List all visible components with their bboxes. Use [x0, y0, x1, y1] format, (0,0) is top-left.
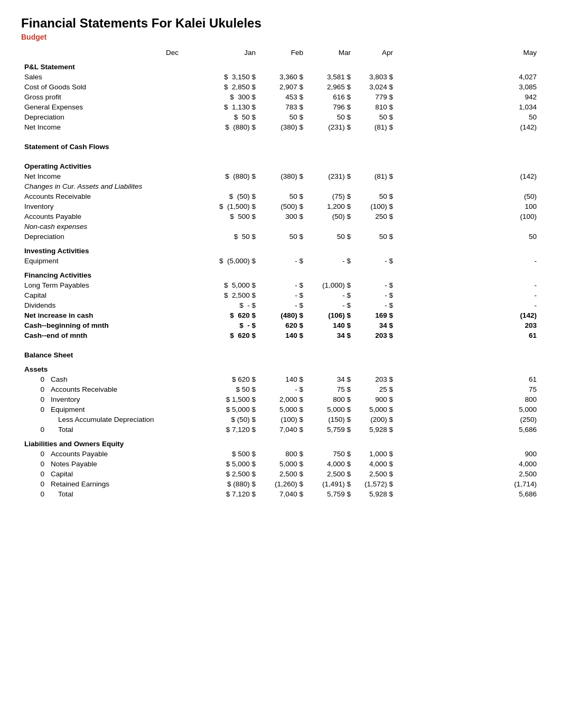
table-row: Sales $ 3,150 $ 3,360 $ 3,581 $ 3,803 $ …: [21, 72, 540, 82]
sales-feb: 3,360 $: [259, 72, 306, 82]
pl-header: P&L Statement: [21, 58, 540, 72]
table-row: Equipment $ (5,000) $ - $ - $ - $ -: [21, 256, 540, 266]
table-row: 0 Accounts Payable $ 500 $ 800 $ 750 $ 1…: [21, 449, 540, 459]
table-row: Inventory $ (1,500) $ (500) $ 1,200 $ (1…: [21, 201, 540, 211]
ap-bs-label: Accounts Payable: [48, 449, 164, 459]
table-row: Net Income $ (880) $ (380) $ (231) $ (81…: [21, 122, 540, 132]
col-apr: Apr: [354, 48, 396, 58]
equipment-bs-label: Equipment: [48, 404, 164, 414]
cash-end-label: Cash--end of mnth: [21, 330, 164, 340]
page-title: Financial Statements For Kalei Ukuleles: [21, 16, 540, 31]
less-accum-dep-label: Less Accumulate Depreciation: [48, 414, 164, 425]
table-row: 0 Notes Payable $ 5,000 $ 5,000 $ 4,000 …: [21, 459, 540, 469]
operating-header: Operating Activities: [21, 157, 540, 171]
table-row: Cost of Goods Sold $ 2,850 $ 2,907 $ 2,9…: [21, 82, 540, 92]
table-row: General Expenses $ 1,130 $ 783 $ 796 $ 8…: [21, 102, 540, 112]
capital-cf-label: Capital: [21, 290, 164, 300]
table-row: Accounts Payable $ 500 $ 300 $ (50) $ 25…: [21, 211, 540, 222]
sales-jan: $ 3,150 $: [211, 72, 259, 82]
table-row: Less Accumulate Depreciation $ (50) $ (1…: [21, 414, 540, 425]
dividends-label: Dividends: [21, 300, 164, 310]
col-may: May: [396, 48, 540, 58]
assets-header: Assets: [21, 360, 540, 374]
capital-bs-label: Capital: [48, 469, 164, 479]
table-row: 0 Total $ 7,120 $ 7,040 $ 5,759 $ 5,928 …: [21, 425, 540, 435]
table-row: Long Term Payables $ 5,000 $ - $ (1,000)…: [21, 280, 540, 290]
assets-total-label: Total: [48, 425, 164, 435]
sales-mar: 3,581 $: [306, 72, 354, 82]
table-row: Cash--end of mnth $ 620 $ 140 $ 34 $ 203…: [21, 330, 540, 340]
table-row: Depreciation $ 50 $ 50 $ 50 $ 50 $ 50: [21, 232, 540, 242]
col-dec: Dec: [164, 48, 211, 58]
ap-op-label: Accounts Payable: [21, 211, 164, 222]
table-row: Net increase in cash $ 620 $ (480) $ (10…: [21, 310, 540, 320]
inventory-bs-label: Inventory: [48, 394, 164, 404]
liabilities-total-label: Total: [48, 489, 164, 499]
table-row: 0 Cash $ 620 $ 140 $ 34 $ 203 $ 61: [21, 374, 540, 384]
gross-profit-label: Gross profit: [21, 92, 164, 102]
table-row: Net Income $ (880) $ (380) $ (231) $ (81…: [21, 171, 540, 181]
changes-label: Changes in Cur. Assets and Liabilites: [21, 181, 540, 191]
col-feb: Feb: [259, 48, 306, 58]
equipment-label: Equipment: [21, 256, 164, 266]
cashflow-header: Statement of Cash Flows: [21, 137, 540, 152]
table-row: Non-cash expenses: [21, 222, 540, 232]
balance-sheet-header: Balance Sheet: [21, 346, 540, 360]
table-row: 0 Accounts Receivable $ 50 $ - $ 75 $ 25…: [21, 384, 540, 394]
depreciation-pl-label: Depreciation: [21, 112, 164, 122]
table-row: Changes in Cur. Assets and Liabilites: [21, 181, 540, 191]
noncash-label: Non-cash expenses: [21, 222, 540, 232]
ltp-label: Long Term Payables: [21, 280, 164, 290]
liabilities-header: Liabilities and Owners Equity: [21, 435, 540, 449]
depreciation-op-label: Depreciation: [21, 232, 164, 242]
cash-beg-label: Cash--beginning of mnth: [21, 320, 164, 330]
table-row: 0 Total $ 7,120 $ 7,040 $ 5,759 $ 5,928 …: [21, 489, 540, 499]
sales-label: Sales: [21, 72, 164, 82]
ar-op-label: Accounts Receivable: [21, 191, 164, 201]
table-row: Capital $ 2,500 $ - $ - $ - $ -: [21, 290, 540, 300]
general-exp-label: General Expenses: [21, 102, 164, 112]
net-income-op-label: Net Income: [21, 171, 164, 181]
table-row: Depreciation $ 50 $ 50 $ 50 $ 50 $ 50: [21, 112, 540, 122]
table-row: 0 Inventory $ 1,500 $ 2,000 $ 800 $ 900 …: [21, 394, 540, 404]
inventory-op-label: Inventory: [21, 201, 164, 211]
table-row: Gross profit $ 300 $ 453 $ 616 $ 779 $ 9…: [21, 92, 540, 102]
sales-dec: [164, 72, 211, 82]
notes-payable-label: Notes Payable: [48, 459, 164, 469]
net-increase-label: Net increase in cash: [21, 310, 164, 320]
financing-header: Financing Activities: [21, 266, 540, 280]
col-mar: Mar: [306, 48, 354, 58]
table-row: Accounts Receivable $ (50) $ 50 $ (75) $…: [21, 191, 540, 201]
budget-label: Budget: [21, 33, 540, 41]
sales-apr: 3,803 $: [354, 72, 396, 82]
ar-bs-label: Accounts Receivable: [48, 384, 164, 394]
sales-may: 4,027: [396, 72, 540, 82]
cash-bs-label: Cash: [48, 374, 164, 384]
col-jan: Jan: [211, 48, 259, 58]
table-row: 0 Retained Earnings $ (880) $ (1,260) $ …: [21, 479, 540, 489]
net-income-pl-label: Net Income: [21, 122, 164, 132]
table-row: 0 Equipment $ 5,000 $ 5,000 $ 5,000 $ 5,…: [21, 404, 540, 414]
table-row: Dividends $ - $ - $ - $ - $ -: [21, 300, 540, 310]
cogs-label: Cost of Goods Sold: [21, 82, 164, 92]
retained-earnings-label: Retained Earnings: [48, 479, 164, 489]
table-row: 0 Capital $ 2,500 $ 2,500 $ 2,500 $ 2,50…: [21, 469, 540, 479]
table-row: Cash--beginning of mnth $ - $ 620 $ 140 …: [21, 320, 540, 330]
investing-header: Investing Activities: [21, 242, 540, 256]
